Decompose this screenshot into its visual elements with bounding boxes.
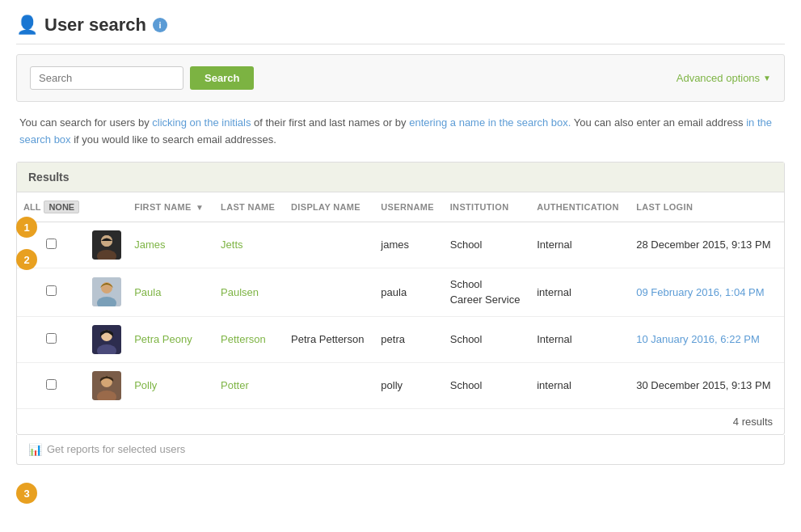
- authentication-cell: Internal: [530, 316, 630, 362]
- results-table: ALL NONE FIRST NAME ▼ LAST NAME DISPLAY …: [17, 192, 784, 408]
- table-row: Paula Paulsen paula SchoolCareer Service…: [17, 268, 784, 316]
- display-name-cell: [285, 362, 374, 408]
- last-name-link[interactable]: Jetts: [221, 239, 242, 251]
- table-row: Petra Peony Petterson Petra Petterson pe…: [17, 316, 784, 362]
- last-name-link[interactable]: Petterson: [221, 333, 266, 345]
- last-login-link[interactable]: 09 February 2016, 1:04 PM: [636, 286, 764, 298]
- authentication-cell: Internal: [530, 222, 630, 268]
- col-authentication-header: AUTHENTICATION: [530, 192, 630, 222]
- step-1-circle: 1: [16, 217, 37, 238]
- username-cell: james: [374, 222, 443, 268]
- last-login-cell: 28 December 2015, 9:13 PM: [630, 222, 784, 268]
- last-login-value: 28 December 2015, 9:13 PM: [636, 239, 770, 251]
- avatar-cell: [86, 316, 128, 362]
- table-header-row: ALL NONE FIRST NAME ▼ LAST NAME DISPLAY …: [17, 192, 784, 222]
- get-reports-button[interactable]: 📊 Get reports for selected users: [28, 443, 185, 456]
- col-username-header: USERNAME: [374, 192, 443, 222]
- row-checkbox[interactable]: [46, 333, 57, 344]
- col-institution-header: INSTITUTION: [444, 192, 530, 222]
- institution-cell: School: [444, 222, 530, 268]
- last-name-cell: Potter: [214, 362, 285, 408]
- row-checkbox[interactable]: [46, 239, 57, 249]
- username-cell: paula: [374, 268, 443, 316]
- col-display-name-header: DISPLAY NAME: [285, 192, 374, 222]
- avatar: [92, 277, 121, 306]
- first-name-cell: Paula: [128, 268, 214, 316]
- last-name-cell: Jetts: [214, 222, 285, 268]
- help-text: You can search for users by clicking on …: [16, 115, 785, 149]
- table-row: James Jetts james School Internal 28 Dec…: [17, 222, 784, 268]
- avatar: [92, 371, 121, 400]
- username-cell: polly: [374, 362, 443, 408]
- last-name-cell: Paulsen: [214, 268, 285, 316]
- first-name-link[interactable]: Paula: [134, 286, 161, 298]
- first-name-link[interactable]: Polly: [134, 379, 157, 391]
- search-button[interactable]: Search: [190, 66, 254, 90]
- first-name-cell: James: [128, 222, 214, 268]
- user-icon: 👤: [16, 15, 38, 36]
- footer-action: 📊 Get reports for selected users: [16, 435, 785, 465]
- last-name-link[interactable]: Potter: [221, 379, 249, 391]
- page-header: 👤 User search i: [16, 8, 785, 44]
- row-checkbox-cell: [17, 268, 86, 316]
- last-login-link[interactable]: 10 January 2016, 6:22 PM: [636, 333, 760, 345]
- authentication-cell: internal: [530, 268, 630, 316]
- select-none-button[interactable]: NONE: [44, 201, 79, 213]
- row-checkbox-cell: [17, 362, 86, 408]
- username-cell: petra: [374, 316, 443, 362]
- avatar-cell: [86, 222, 128, 268]
- chart-icon: 📊: [28, 443, 42, 456]
- avatar-cell: [86, 362, 128, 408]
- first-name-link[interactable]: James: [134, 239, 165, 251]
- first-name-cell: Polly: [128, 362, 214, 408]
- last-name-cell: Petterson: [214, 316, 285, 362]
- col-last-name-header[interactable]: LAST NAME: [214, 192, 285, 222]
- info-icon[interactable]: i: [153, 18, 167, 32]
- first-name-link[interactable]: Petra Peony: [134, 333, 192, 345]
- results-count: 4 results: [17, 408, 784, 434]
- page-title: User search: [44, 15, 146, 36]
- chevron-down-icon: ▼: [763, 74, 771, 82]
- institution-cell: School: [444, 316, 530, 362]
- results-header: Results: [17, 163, 784, 192]
- authentication-cell: internal: [530, 362, 630, 408]
- row-checkbox-cell: [17, 316, 86, 362]
- search-bar-container: Search Advanced options ▼: [16, 54, 785, 102]
- last-login-value: 30 December 2015, 9:13 PM: [636, 379, 770, 391]
- sort-arrow-icon: ▼: [196, 203, 204, 212]
- display-name-cell: Petra Petterson: [285, 316, 374, 362]
- avatar: [92, 230, 121, 260]
- col-avatar-header: [86, 192, 128, 222]
- institution-cell: School: [444, 362, 530, 408]
- avatar: [92, 325, 121, 354]
- search-input-group: Search: [30, 66, 254, 90]
- last-login-cell: 09 February 2016, 1:04 PM: [630, 268, 784, 316]
- last-name-link[interactable]: Paulsen: [221, 286, 259, 298]
- advanced-options-link[interactable]: Advanced options ▼: [677, 72, 771, 84]
- last-login-cell: 30 December 2015, 9:13 PM: [630, 362, 784, 408]
- row-checkbox[interactable]: [46, 285, 57, 296]
- display-name-cell: [285, 222, 374, 268]
- institution-cell: SchoolCareer Service: [444, 268, 530, 316]
- select-all-button[interactable]: ALL: [23, 202, 40, 212]
- row-checkbox[interactable]: [46, 379, 57, 390]
- step-2-circle: 2: [16, 249, 37, 270]
- avatar-cell: [86, 268, 128, 316]
- search-input[interactable]: [30, 66, 183, 90]
- col-first-name-header[interactable]: FIRST NAME ▼: [128, 192, 214, 222]
- reports-button-label: Get reports for selected users: [47, 443, 185, 455]
- step-3-circle: 3: [16, 483, 37, 504]
- table-row: Polly Potter polly School internal 30 De…: [17, 362, 784, 408]
- results-container: Results ALL NONE FIRST NAME ▼ LAST: [16, 162, 785, 435]
- last-login-cell: 10 January 2016, 6:22 PM: [630, 316, 784, 362]
- display-name-cell: [285, 268, 374, 316]
- advanced-options-label: Advanced options: [677, 72, 760, 84]
- first-name-cell: Petra Peony: [128, 316, 214, 362]
- col-last-login-header: LAST LOGIN: [630, 192, 784, 222]
